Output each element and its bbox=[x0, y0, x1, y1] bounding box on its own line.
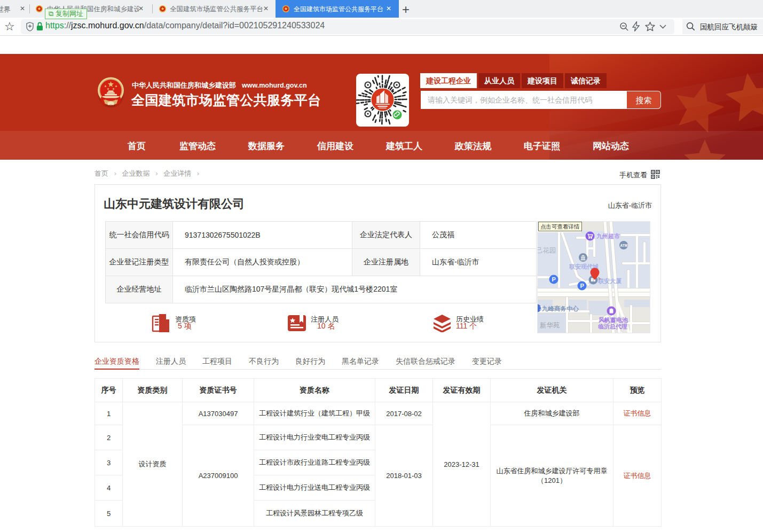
svg-text:风帆蓄电池: 风帆蓄电池 bbox=[598, 317, 628, 323]
svg-text:九峰商务中心: 九峰商务中心 bbox=[541, 305, 579, 312]
svg-text:新华苑: 新华苑 bbox=[540, 322, 560, 329]
svg-text:临沂总代理: 临沂总代理 bbox=[598, 323, 627, 330]
svg-text:联安大厦: 联安大厦 bbox=[597, 278, 622, 284]
svg-text:P: P bbox=[580, 283, 584, 289]
svg-text:九州超市: 九州超市 bbox=[596, 233, 620, 239]
svg-text:己花园: 己花园 bbox=[538, 247, 556, 254]
svg-text:ATM: ATM bbox=[620, 244, 628, 247]
svg-text:P: P bbox=[552, 276, 556, 283]
